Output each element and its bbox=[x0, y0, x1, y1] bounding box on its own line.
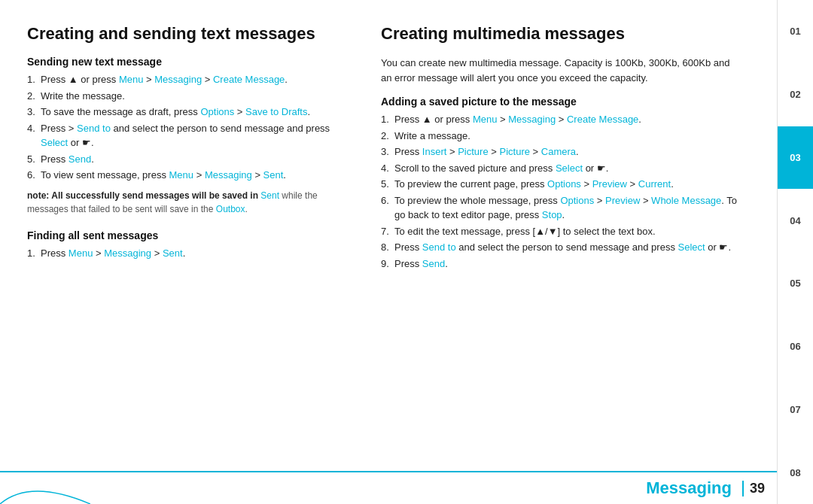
footer-page: 39 bbox=[742, 481, 765, 496]
nav-item-04[interactable]: 04 bbox=[777, 189, 813, 252]
list-item: 4.Scroll to the saved picture and press … bbox=[381, 161, 741, 176]
list-item: 2.Write the message. bbox=[27, 89, 351, 104]
right-intro: You can create new multimedia message. C… bbox=[381, 56, 741, 85]
sending-new-text-heading: Sending new text message bbox=[27, 56, 351, 68]
main-content: Creating and sending text messages Sendi… bbox=[0, 0, 813, 504]
right-title: Creating multimedia messages bbox=[381, 24, 741, 44]
finding-steps: 1.Press Menu > Messaging > Sent. bbox=[27, 246, 351, 261]
nav-item-01[interactable]: 01 bbox=[777, 0, 813, 63]
list-item: 1.Press ▲ or press Menu > Messaging > Cr… bbox=[27, 72, 351, 87]
left-column: Creating and sending text messages Sendi… bbox=[27, 24, 351, 480]
list-item: 5.Press Send. bbox=[27, 152, 351, 167]
note-text: note: All successfully send messages wil… bbox=[27, 189, 351, 216]
nav-item-02[interactable]: 02 bbox=[777, 63, 813, 126]
footer-label: Messaging bbox=[646, 478, 732, 498]
bottom-bar: Messaging 39 bbox=[0, 471, 777, 504]
bottom-bar-decoration bbox=[0, 471, 90, 504]
adding-picture-steps: 1.Press ▲ or press Menu > Messaging > Cr… bbox=[381, 112, 741, 271]
list-item: 3.To save the message as draft, press Op… bbox=[27, 105, 351, 120]
adding-picture-heading: Adding a saved picture to the message bbox=[381, 96, 741, 108]
list-item: 2.Write a message. bbox=[381, 129, 741, 144]
list-item: 3.Press Insert > Picture > Picture > Cam… bbox=[381, 144, 741, 159]
list-item: 1.Press ▲ or press Menu > Messaging > Cr… bbox=[381, 112, 741, 127]
nav-item-06[interactable]: 06 bbox=[777, 315, 813, 378]
list-item: 5.To preview the current page, press Opt… bbox=[381, 177, 741, 192]
nav-item-07[interactable]: 07 bbox=[777, 378, 813, 442]
list-item: 6.To view sent message, press Menu > Mes… bbox=[27, 168, 351, 183]
list-item: 7.To edit the text message, press [▲/▼] … bbox=[381, 224, 741, 239]
left-title: Creating and sending text messages bbox=[27, 24, 351, 44]
list-item: 8.Press Send to and select the person to… bbox=[381, 240, 741, 255]
nav-item-03[interactable]: 03 bbox=[777, 126, 813, 190]
finding-sent-heading: Finding all sent messages bbox=[27, 229, 351, 241]
sending-steps: 1.Press ▲ or press Menu > Messaging > Cr… bbox=[27, 72, 351, 183]
bottom-right: Messaging 39 bbox=[646, 478, 765, 498]
sidebar-nav: 0102030405060708 bbox=[777, 0, 813, 504]
list-item: 1.Press Menu > Messaging > Sent. bbox=[27, 246, 351, 261]
list-item: 6.To preview the whole message, press Op… bbox=[381, 193, 741, 223]
list-item: 4.Press > Send to and select the person … bbox=[27, 121, 351, 150]
list-item: 9.Press Send. bbox=[381, 257, 741, 272]
nav-item-08[interactable]: 08 bbox=[777, 441, 813, 504]
nav-item-05[interactable]: 05 bbox=[777, 252, 813, 315]
right-column: Creating multimedia messages You can cre… bbox=[381, 24, 786, 480]
bottom-decoration-svg bbox=[0, 471, 90, 504]
